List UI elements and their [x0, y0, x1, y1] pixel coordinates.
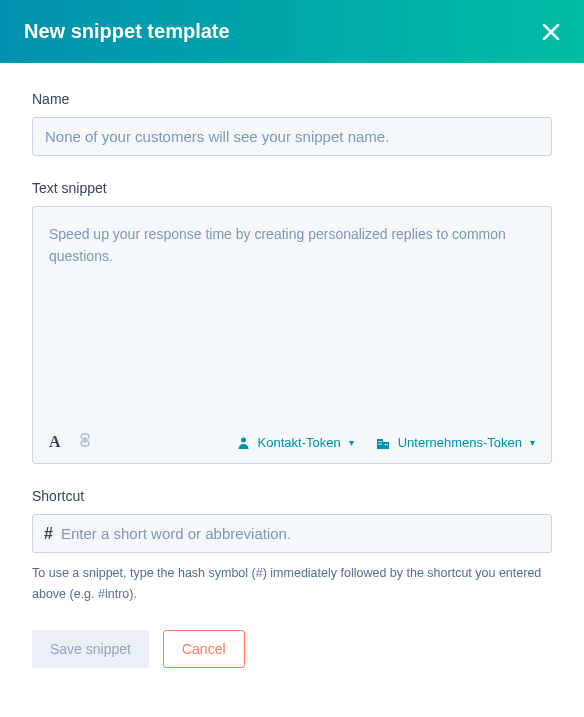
person-icon: [237, 436, 250, 449]
company-token-label: Unternehmens-Token: [398, 435, 522, 450]
modal-body: Name Text snippet Speed up your response…: [0, 63, 584, 696]
shortcut-field-group: Shortcut # To use a snippet, type the ha…: [32, 488, 552, 606]
svg-rect-6: [378, 441, 379, 442]
snippet-editor[interactable]: Speed up your response time by creating …: [33, 207, 551, 425]
save-button[interactable]: Save snippet: [32, 630, 149, 668]
button-row: Save snippet Cancel: [32, 630, 552, 668]
building-icon: [376, 436, 390, 449]
contact-token-label: Kontakt-Token: [258, 435, 341, 450]
cancel-button[interactable]: Cancel: [163, 630, 245, 668]
shortcut-wrapper: #: [32, 514, 552, 553]
company-token-button[interactable]: Unternehmens-Token ▾: [376, 435, 535, 450]
svg-rect-7: [380, 441, 381, 442]
chevron-down-icon: ▾: [349, 437, 354, 448]
editor-wrapper: Speed up your response time by creating …: [32, 206, 552, 464]
name-field-group: Name: [32, 91, 552, 156]
svg-rect-9: [380, 443, 381, 444]
close-icon[interactable]: [542, 23, 560, 41]
modal-title: New snippet template: [24, 20, 230, 43]
shortcut-label: Shortcut: [32, 488, 552, 504]
contact-token-button[interactable]: Kontakt-Token ▾: [237, 435, 354, 450]
svg-rect-10: [385, 444, 386, 445]
snippet-field-group: Text snippet Speed up your response time…: [32, 180, 552, 464]
name-label: Name: [32, 91, 552, 107]
modal-header: New snippet template: [0, 0, 584, 63]
shortcut-input[interactable]: [32, 514, 552, 553]
chevron-down-icon: ▾: [530, 437, 535, 448]
hash-prefix: #: [44, 525, 53, 543]
toolbar-left: A: [49, 433, 91, 451]
svg-rect-5: [383, 442, 389, 449]
toolbar-right: Kontakt-Token ▾: [237, 435, 535, 450]
svg-rect-11: [387, 444, 388, 445]
name-input[interactable]: [32, 117, 552, 156]
link-icon[interactable]: [79, 433, 91, 451]
svg-rect-8: [378, 443, 379, 444]
shortcut-help-text: To use a snippet, type the hash symbol (…: [32, 563, 552, 606]
svg-rect-4: [377, 439, 383, 449]
svg-point-3: [241, 437, 246, 442]
editor-toolbar: A: [33, 425, 551, 463]
snippet-label: Text snippet: [32, 180, 552, 196]
text-format-icon[interactable]: A: [49, 433, 61, 451]
